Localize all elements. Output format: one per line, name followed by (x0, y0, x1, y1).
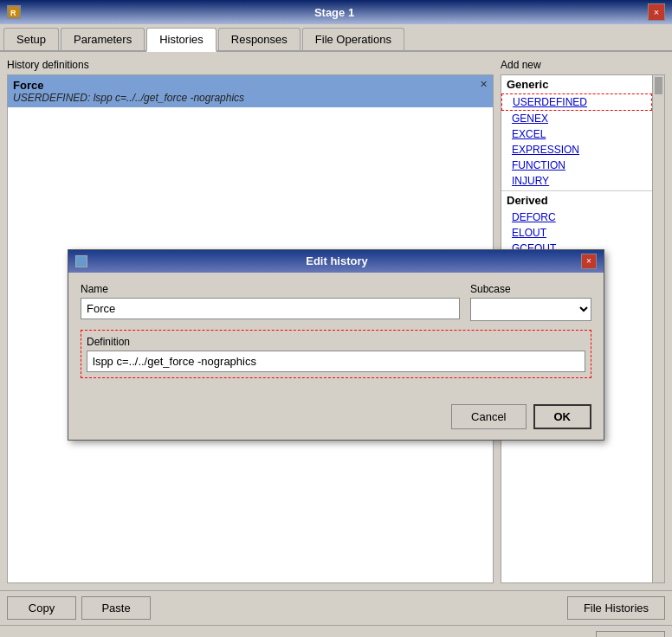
name-label: Name (81, 283, 460, 295)
tab-histories[interactable]: Histories (146, 28, 216, 52)
name-subcase-row: Name Subcase (81, 283, 591, 321)
name-group: Name (81, 283, 460, 321)
subcase-select[interactable] (470, 298, 591, 321)
window-close-button[interactable]: × (648, 3, 665, 21)
modal-ok-button[interactable]: OK (533, 404, 592, 429)
group-header-generic: Generic (501, 75, 652, 93)
tab-bar: Setup Parameters Histories Responses Fil… (0, 24, 672, 52)
add-new-label: Add new (501, 59, 665, 71)
bottom-bar: Copy Paste File Histories (0, 590, 672, 625)
copy-button[interactable]: Copy (7, 596, 76, 620)
list-item-elout[interactable]: ELOUT (501, 225, 652, 241)
definition-input[interactable] (87, 351, 585, 372)
definition-label: Definition (87, 336, 585, 348)
modal-body: Name Subcase Definition (68, 273, 604, 397)
modal-title-bar: Edit history × (68, 250, 604, 273)
modal-cancel-button[interactable]: Cancel (451, 404, 526, 429)
list-item-function[interactable]: FUNCTION (501, 158, 652, 173)
modal-footer: Cancel OK (68, 397, 604, 440)
list-item-injury[interactable]: INJURY (501, 173, 652, 189)
history-item-name: Force (13, 79, 476, 92)
modal-title: Edit history (93, 254, 581, 267)
title-bar: R Stage 1 × (0, 0, 672, 24)
history-item[interactable]: Force USERDEFINED: lspp c=../../get_forc… (8, 75, 493, 107)
list-item-deforc[interactable]: DEFORC (501, 209, 652, 225)
tab-responses[interactable]: Responses (218, 28, 300, 50)
scrollbar[interactable] (652, 75, 664, 582)
paste-button[interactable]: Paste (81, 596, 151, 620)
tab-setup[interactable]: Setup (3, 28, 59, 50)
ok-bar: OK (0, 625, 672, 637)
edit-history-modal: Edit history × Name Subcase Definition (68, 249, 604, 441)
ok-button[interactable]: OK (596, 631, 665, 637)
svg-text:R: R (10, 9, 16, 17)
subcase-label: Subcase (470, 283, 591, 295)
tab-parameters[interactable]: Parameters (61, 28, 145, 50)
app-icon: R (7, 5, 21, 19)
left-buttons: Copy Paste (7, 596, 151, 620)
history-item-text: Force USERDEFINED: lspp c=../../get_forc… (13, 79, 476, 104)
history-item-close-button[interactable]: ✕ (480, 79, 488, 90)
list-item-userdefined[interactable]: USERDEFINED (501, 93, 652, 111)
list-item-expression[interactable]: EXPRESSION (501, 142, 652, 158)
name-input[interactable] (81, 298, 460, 319)
list-item-genex[interactable]: GENEX (501, 111, 652, 126)
subcase-group: Subcase (470, 283, 591, 321)
history-definitions-label: History definitions (7, 59, 494, 71)
definition-group: Definition (81, 330, 591, 378)
list-item-excel[interactable]: EXCEL (501, 126, 652, 142)
history-item-definition: USERDEFINED: lspp c=../../get_force -nog… (13, 92, 476, 104)
group-header-derived: Derived (501, 190, 652, 209)
window-title: Stage 1 (21, 6, 648, 19)
modal-icon (75, 255, 87, 267)
tab-file-operations[interactable]: File Operations (302, 28, 404, 50)
modal-close-button[interactable]: × (581, 254, 597, 269)
file-histories-button[interactable]: File Histories (567, 596, 665, 620)
